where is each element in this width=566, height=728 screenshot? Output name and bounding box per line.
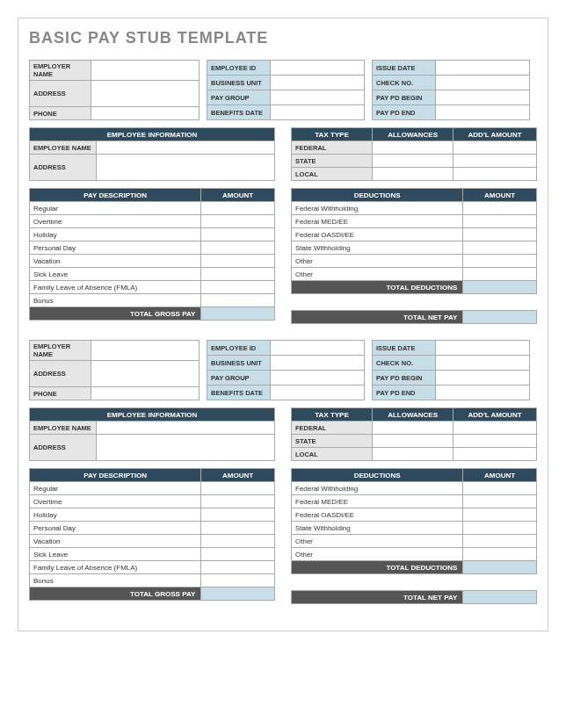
value-employee-address xyxy=(97,155,275,181)
value-business-unit xyxy=(271,76,365,90)
pay-stub-2: EMPLOYER NAME ADDRESS PHONE EMPLOYEE ID … xyxy=(29,340,537,604)
label-employee-address: ADDRESS xyxy=(30,155,97,181)
value-check-no xyxy=(436,76,530,90)
header-addl-amount: ADD'L AMOUNT xyxy=(454,128,537,141)
label-local: LOCAL xyxy=(292,168,373,181)
deduction-item: Federal MED/EE xyxy=(292,215,463,228)
label-address: ADDRESS xyxy=(30,81,91,107)
deduction-item: Other xyxy=(292,255,463,268)
label-total-deductions: TOTAL DEDUCTIONS xyxy=(292,281,463,294)
header-pay-description: PAY DESCRIPTION xyxy=(30,189,201,202)
value-total-gross-pay xyxy=(201,307,275,321)
label-business-unit: BUSINESS UNIT xyxy=(207,76,271,90)
pay-item: Family Leave of Absence (FMLA) xyxy=(30,281,201,294)
employee-info-block: EMPLOYEE INFORMATION EMPLOYEE NAME ADDRE… xyxy=(29,127,275,181)
pay-item: Vacation xyxy=(30,255,201,268)
header-allowances: ALLOWANCES xyxy=(373,128,454,141)
label-total-net-pay: TOTAL NET PAY xyxy=(292,311,463,324)
date-block: ISSUE DATE CHECK NO. PAY PD BEGIN PAY PD… xyxy=(372,340,530,400)
value-address xyxy=(91,81,200,107)
value-pay-pd-begin xyxy=(436,90,530,105)
value-phone xyxy=(91,107,200,120)
employee-info-block: EMPLOYEE INFORMATION EMPLOYEE NAME ADDRE… xyxy=(29,407,275,461)
value-total-net-pay xyxy=(463,311,537,324)
pay-item: Sick Leave xyxy=(30,268,201,281)
label-pay-pd-begin: PAY PD BEGIN xyxy=(373,90,436,105)
label-benefits-date: BENEFITS DATE xyxy=(207,105,271,120)
pay-stub-1: EMPLOYER NAME ADDRESS PHONE EMPLOYEE ID … xyxy=(29,60,537,324)
label-check-no: CHECK NO. xyxy=(373,76,436,90)
label-employee-id: EMPLOYEE ID xyxy=(207,61,271,76)
deductions-block: DEDUCTIONSAMOUNT Federal Withholding Fed… xyxy=(291,188,537,294)
value-pay-pd-end xyxy=(436,105,530,120)
value-issue-date xyxy=(436,61,530,76)
label-federal: FEDERAL xyxy=(292,141,373,155)
deductions-block: DEDUCTIONSAMOUNT Federal Withholding Fed… xyxy=(291,468,537,574)
employer-block: EMPLOYER NAME ADDRESS PHONE xyxy=(29,60,200,120)
pay-item: Personal Day xyxy=(30,241,201,255)
value-employee-name xyxy=(97,141,275,155)
deduction-item: State Withholding xyxy=(292,241,463,255)
net-pay-block: TOTAL NET PAY xyxy=(291,310,537,324)
header-deductions: DEDUCTIONS xyxy=(292,189,463,202)
net-pay-block: TOTAL NET PAY xyxy=(291,590,537,604)
label-phone: PHONE xyxy=(30,107,91,120)
deduction-item: Federal Withholding xyxy=(292,202,463,215)
value-benefits-date xyxy=(271,105,365,120)
label-state: STATE xyxy=(292,155,373,168)
value-total-deductions xyxy=(463,281,537,294)
date-block: ISSUE DATE CHECK NO. PAY PD BEGIN PAY PD… xyxy=(372,60,530,120)
value-employee-id xyxy=(271,61,365,76)
label-employee-name: EMPLOYEE NAME xyxy=(30,141,97,155)
header-employee-information: EMPLOYEE INFORMATION xyxy=(30,128,275,141)
pay-description-block: PAY DESCRIPTIONAMOUNT Regular Overtime H… xyxy=(29,188,275,321)
label-pay-group: PAY GROUP xyxy=(207,90,271,105)
label-employer-name: EMPLOYER NAME xyxy=(30,61,91,81)
employer-block: EMPLOYER NAME ADDRESS PHONE xyxy=(29,340,200,400)
value-employer-name xyxy=(91,61,200,81)
employee-id-block: EMPLOYEE ID BUSINESS UNIT PAY GROUP BENE… xyxy=(207,60,365,120)
pay-item: Overtime xyxy=(30,215,201,228)
tax-block: TAX TYPEALLOWANCESADD'L AMOUNT FEDERAL S… xyxy=(291,407,537,461)
pay-description-block: PAY DESCRIPTIONAMOUNT Regular Overtime H… xyxy=(29,468,275,601)
page-title: BASIC PAY STUB TEMPLATE xyxy=(29,29,537,47)
employee-id-block: EMPLOYEE ID BUSINESS UNIT PAY GROUP BENE… xyxy=(207,340,365,400)
label-issue-date: ISSUE DATE xyxy=(373,61,436,76)
deduction-item: Federal OASDI/EE xyxy=(292,228,463,241)
label-total-gross-pay: TOTAL GROSS PAY xyxy=(30,307,201,321)
header-amount: AMOUNT xyxy=(463,189,537,202)
header-tax-type: TAX TYPE xyxy=(292,128,373,141)
pay-item: Bonus xyxy=(30,294,201,307)
pay-item: Regular xyxy=(30,202,201,215)
header-amount: AMOUNT xyxy=(201,189,275,202)
tax-block: TAX TYPEALLOWANCESADD'L AMOUNT FEDERAL S… xyxy=(291,127,537,181)
label-pay-pd-end: PAY PD END xyxy=(373,105,436,120)
deduction-item: Other xyxy=(292,268,463,281)
value-pay-group xyxy=(271,90,365,105)
pay-item: Holiday xyxy=(30,228,201,241)
